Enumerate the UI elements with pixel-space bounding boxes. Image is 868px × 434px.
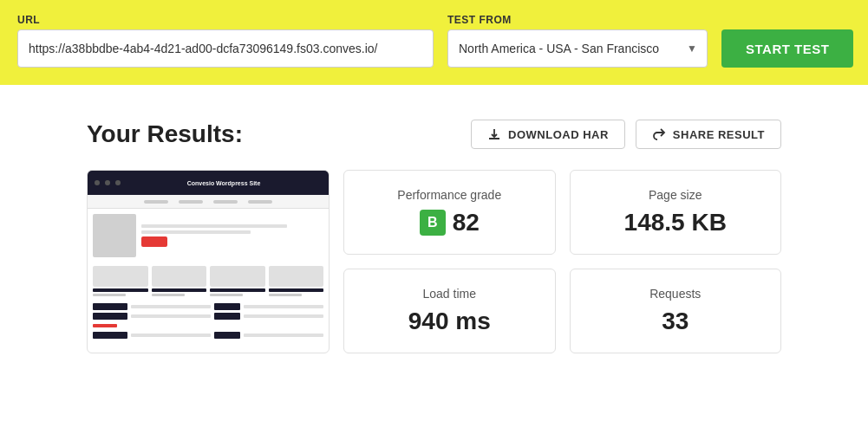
fake-sale-tag <box>93 324 117 327</box>
fake-menu-item-3 <box>213 200 238 204</box>
results-title: Your Results: <box>87 120 243 148</box>
fake-menu-item-4 <box>248 200 272 204</box>
fake-dot-2 <box>105 180 110 185</box>
fake-text-2 <box>141 230 251 234</box>
fake-hero-text <box>141 214 323 257</box>
results-actions: DOWNLOAD HAR SHARE RESULT <box>471 120 781 149</box>
url-input[interactable] <box>17 29 434 68</box>
fake-site-title: Convesio Wordpress Site <box>126 180 322 186</box>
load-time-value: 940 ms <box>408 308 491 335</box>
fake-product-3 <box>210 266 265 296</box>
fake-text-1 <box>141 224 287 228</box>
requests-value: 33 <box>662 308 689 335</box>
load-time-card: Load time 940 ms <box>343 269 556 353</box>
fake-product-4 <box>269 266 324 296</box>
test-from-wrapper: North America - USA - San FranciscoEurop… <box>447 29 708 68</box>
site-screenshot: Convesio Wordpress Site <box>88 171 329 344</box>
page-size-value: 148.5 KB <box>624 209 727 236</box>
share-icon <box>652 127 666 141</box>
performance-grade-card: Performance grade B 82 <box>343 170 556 255</box>
fake-product-1 <box>93 266 148 296</box>
header: URL Test from North America - USA - San … <box>0 0 868 85</box>
page-size-card: Page size 148.5 KB <box>570 170 782 255</box>
fake-dot-1 <box>95 180 100 185</box>
fake-row-2 <box>93 313 323 320</box>
performance-grade-value: B 82 <box>420 209 480 236</box>
share-result-button[interactable]: SHARE RESULT <box>636 120 781 149</box>
requests-label: Requests <box>649 287 701 301</box>
url-field-group: URL <box>17 14 434 68</box>
fake-menu <box>88 195 329 209</box>
download-icon <box>487 127 501 141</box>
test-from-label: Test from <box>447 14 708 26</box>
fake-nav-bar: Convesio Wordpress Site <box>88 171 329 195</box>
requests-card: Requests 33 <box>570 269 782 353</box>
fake-rows <box>88 300 329 342</box>
results-grid: Convesio Wordpress Site <box>87 170 781 353</box>
performance-grade-label: Performance grade <box>397 188 501 202</box>
fake-hero-image <box>93 214 136 257</box>
load-time-label: Load time <box>423 287 476 301</box>
main-content: Your Results: DOWNLOAD HAR SHARE RESULT <box>0 85 868 388</box>
test-from-field-group: Test from North America - USA - San Fran… <box>447 14 708 68</box>
fake-hero <box>88 209 329 262</box>
fake-products-grid <box>88 262 329 300</box>
fake-cta-button <box>141 236 167 247</box>
page-size-label: Page size <box>649 188 702 202</box>
start-test-button[interactable]: START TEST <box>721 29 853 68</box>
fake-row-3 <box>93 332 323 339</box>
grade-badge: B <box>420 210 446 236</box>
fake-row-1 <box>93 303 323 310</box>
fake-product-2 <box>152 266 207 296</box>
fake-menu-item-2 <box>179 200 203 204</box>
fake-menu-item-1 <box>144 200 168 204</box>
download-har-button[interactable]: DOWNLOAD HAR <box>471 120 625 149</box>
test-from-select[interactable]: North America - USA - San FranciscoEurop… <box>447 29 708 68</box>
url-label: URL <box>17 14 434 26</box>
screenshot-card: Convesio Wordpress Site <box>87 170 330 353</box>
results-header: Your Results: DOWNLOAD HAR SHARE RESULT <box>87 120 781 149</box>
fake-dot-3 <box>115 180 121 185</box>
